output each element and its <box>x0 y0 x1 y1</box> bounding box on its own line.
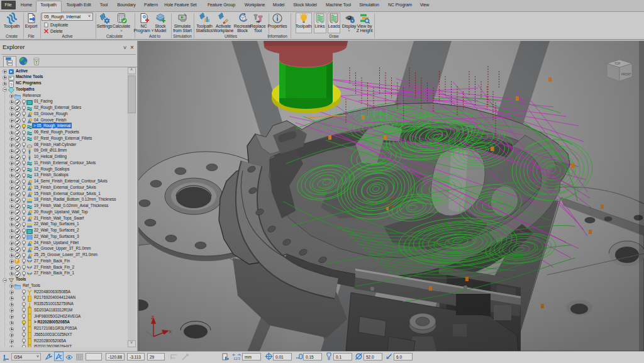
svg-text:G: G <box>143 14 146 19</box>
svg-text:123: 123 <box>233 357 240 361</box>
svg-text:x: x <box>49 352 51 356</box>
svg-text:S: S <box>10 82 13 86</box>
